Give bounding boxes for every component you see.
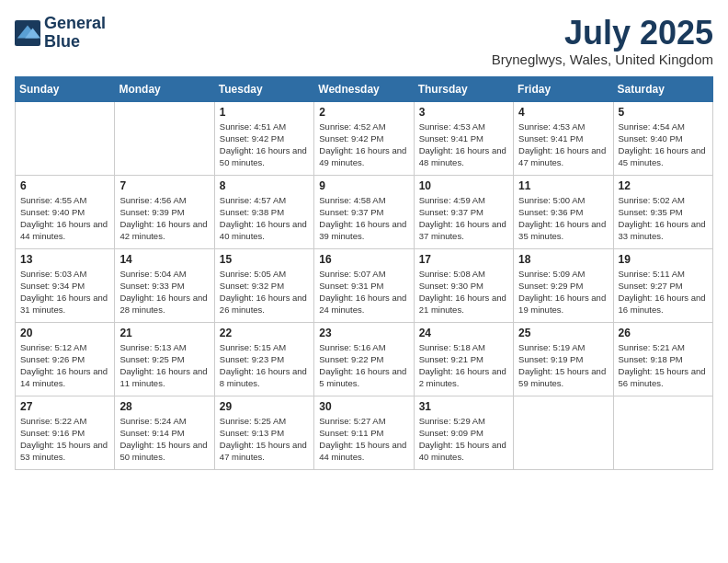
day-info: Sunrise: 5:11 AMSunset: 9:27 PMDaylight:… — [619, 268, 708, 316]
calendar-cell: 29Sunrise: 5:25 AMSunset: 9:13 PMDayligh… — [214, 396, 313, 469]
day-info: Sunrise: 5:04 AMSunset: 9:33 PMDaylight:… — [119, 268, 209, 316]
day-info: Sunrise: 4:58 AMSunset: 9:37 PMDaylight:… — [319, 194, 408, 243]
calendar-cell: 10Sunrise: 4:59 AMSunset: 9:37 PMDayligh… — [414, 175, 513, 248]
day-info: Sunrise: 5:21 AMSunset: 9:18 PMDaylight:… — [619, 341, 708, 390]
calendar-cell: 28Sunrise: 5:24 AMSunset: 9:14 PMDayligh… — [115, 396, 214, 469]
day-number: 11 — [518, 179, 608, 192]
calendar-cell: 19Sunrise: 5:11 AMSunset: 9:27 PMDayligh… — [613, 248, 712, 322]
calendar-cell: 2Sunrise: 4:52 AMSunset: 9:42 PMDaylight… — [314, 101, 414, 175]
logo-text: General Blue — [44, 15, 106, 52]
calendar-cell — [16, 101, 115, 175]
calendar-cell: 31Sunrise: 5:29 AMSunset: 9:09 PMDayligh… — [414, 396, 513, 469]
day-info: Sunrise: 4:59 AMSunset: 9:37 PMDaylight:… — [419, 194, 508, 243]
weekday-header: Monday — [115, 76, 214, 101]
day-info: Sunrise: 4:53 AMSunset: 9:41 PMDaylight:… — [419, 121, 508, 169]
title-block: July 2025 Bryneglwys, Wales, United King… — [492, 15, 713, 67]
weekday-header: Thursday — [414, 76, 513, 101]
day-info: Sunrise: 4:52 AMSunset: 9:42 PMDaylight:… — [319, 121, 408, 169]
day-number: 29 — [220, 400, 309, 413]
day-number: 30 — [319, 400, 408, 413]
page-header: General Blue July 2025 Bryneglwys, Wales… — [15, 15, 713, 67]
day-number: 10 — [419, 179, 508, 192]
day-number: 8 — [220, 179, 309, 192]
calendar-table: SundayMondayTuesdayWednesdayThursdayFrid… — [15, 76, 713, 470]
day-number: 28 — [119, 400, 209, 413]
weekday-header: Wednesday — [314, 76, 414, 101]
day-number: 2 — [319, 106, 408, 119]
calendar-cell: 5Sunrise: 4:54 AMSunset: 9:40 PMDaylight… — [613, 101, 712, 175]
day-info: Sunrise: 5:08 AMSunset: 9:30 PMDaylight:… — [419, 268, 508, 316]
day-number: 15 — [220, 253, 309, 266]
calendar-week-row: 20Sunrise: 5:12 AMSunset: 9:26 PMDayligh… — [16, 322, 713, 396]
day-number: 21 — [119, 327, 209, 339]
weekday-header: Sunday — [16, 76, 115, 101]
day-info: Sunrise: 5:29 AMSunset: 9:09 PMDaylight:… — [419, 415, 508, 464]
calendar-week-row: 13Sunrise: 5:03 AMSunset: 9:34 PMDayligh… — [16, 248, 713, 322]
calendar-cell — [514, 396, 613, 469]
day-number: 7 — [119, 179, 209, 192]
day-number: 6 — [20, 179, 109, 192]
day-number: 16 — [319, 253, 408, 266]
day-info: Sunrise: 5:27 AMSunset: 9:11 PMDaylight:… — [319, 415, 408, 464]
day-info: Sunrise: 4:55 AMSunset: 9:40 PMDaylight:… — [20, 194, 109, 243]
calendar-header-row: SundayMondayTuesdayWednesdayThursdayFrid… — [16, 76, 713, 101]
calendar-cell: 7Sunrise: 4:56 AMSunset: 9:39 PMDaylight… — [115, 175, 214, 248]
day-info: Sunrise: 4:57 AMSunset: 9:38 PMDaylight:… — [220, 194, 309, 243]
day-info: Sunrise: 4:56 AMSunset: 9:39 PMDaylight:… — [119, 194, 209, 243]
calendar-cell: 4Sunrise: 4:53 AMSunset: 9:41 PMDaylight… — [514, 101, 613, 175]
calendar-cell: 21Sunrise: 5:13 AMSunset: 9:25 PMDayligh… — [115, 322, 214, 396]
calendar-body: 1Sunrise: 4:51 AMSunset: 9:42 PMDaylight… — [16, 101, 713, 469]
day-number: 5 — [619, 106, 708, 119]
day-number: 14 — [119, 253, 209, 266]
calendar-cell: 6Sunrise: 4:55 AMSunset: 9:40 PMDaylight… — [16, 175, 115, 248]
day-info: Sunrise: 5:25 AMSunset: 9:13 PMDaylight:… — [220, 415, 309, 464]
day-info: Sunrise: 5:13 AMSunset: 9:25 PMDaylight:… — [119, 341, 209, 390]
calendar-cell: 13Sunrise: 5:03 AMSunset: 9:34 PMDayligh… — [16, 248, 115, 322]
calendar-cell: 20Sunrise: 5:12 AMSunset: 9:26 PMDayligh… — [16, 322, 115, 396]
day-info: Sunrise: 4:51 AMSunset: 9:42 PMDaylight:… — [220, 121, 309, 169]
day-number: 3 — [419, 106, 508, 119]
calendar-cell: 15Sunrise: 5:05 AMSunset: 9:32 PMDayligh… — [214, 248, 313, 322]
day-number: 19 — [619, 253, 708, 266]
calendar-week-row: 1Sunrise: 4:51 AMSunset: 9:42 PMDaylight… — [16, 101, 713, 175]
day-number: 25 — [518, 327, 608, 339]
day-info: Sunrise: 5:22 AMSunset: 9:16 PMDaylight:… — [20, 415, 109, 464]
logo: General Blue — [15, 15, 106, 52]
day-info: Sunrise: 5:24 AMSunset: 9:14 PMDaylight:… — [119, 415, 209, 464]
day-info: Sunrise: 5:12 AMSunset: 9:26 PMDaylight:… — [20, 341, 109, 390]
calendar-cell: 17Sunrise: 5:08 AMSunset: 9:30 PMDayligh… — [414, 248, 513, 322]
day-info: Sunrise: 5:15 AMSunset: 9:23 PMDaylight:… — [220, 341, 309, 390]
calendar-week-row: 27Sunrise: 5:22 AMSunset: 9:16 PMDayligh… — [16, 396, 713, 469]
weekday-header: Tuesday — [214, 76, 313, 101]
calendar-cell: 30Sunrise: 5:27 AMSunset: 9:11 PMDayligh… — [314, 396, 414, 469]
calendar-cell — [115, 101, 214, 175]
day-number: 17 — [419, 253, 508, 266]
day-info: Sunrise: 4:54 AMSunset: 9:40 PMDaylight:… — [619, 121, 708, 169]
day-number: 1 — [220, 106, 309, 119]
day-number: 27 — [20, 400, 109, 413]
day-info: Sunrise: 5:19 AMSunset: 9:19 PMDaylight:… — [518, 341, 608, 390]
day-number: 31 — [419, 400, 508, 413]
day-number: 18 — [518, 253, 608, 266]
location: Bryneglwys, Wales, United Kingdom — [492, 52, 713, 67]
calendar-cell: 8Sunrise: 4:57 AMSunset: 9:38 PMDaylight… — [214, 175, 313, 248]
logo-icon — [15, 20, 40, 46]
day-info: Sunrise: 5:18 AMSunset: 9:21 PMDaylight:… — [419, 341, 508, 390]
calendar-cell: 9Sunrise: 4:58 AMSunset: 9:37 PMDaylight… — [314, 175, 414, 248]
day-info: Sunrise: 5:09 AMSunset: 9:29 PMDaylight:… — [518, 268, 608, 316]
day-info: Sunrise: 5:02 AMSunset: 9:35 PMDaylight:… — [619, 194, 708, 243]
month-year: July 2025 — [492, 15, 713, 52]
day-info: Sunrise: 5:07 AMSunset: 9:31 PMDaylight:… — [319, 268, 408, 316]
calendar-cell: 24Sunrise: 5:18 AMSunset: 9:21 PMDayligh… — [414, 322, 513, 396]
day-number: 9 — [319, 179, 408, 192]
calendar-cell: 23Sunrise: 5:16 AMSunset: 9:22 PMDayligh… — [314, 322, 414, 396]
day-number: 22 — [220, 327, 309, 339]
calendar-cell: 27Sunrise: 5:22 AMSunset: 9:16 PMDayligh… — [16, 396, 115, 469]
calendar-cell: 18Sunrise: 5:09 AMSunset: 9:29 PMDayligh… — [514, 248, 613, 322]
weekday-header: Friday — [514, 76, 613, 101]
day-number: 4 — [518, 106, 608, 119]
calendar-cell: 26Sunrise: 5:21 AMSunset: 9:18 PMDayligh… — [613, 322, 712, 396]
day-number: 23 — [319, 327, 408, 339]
day-number: 20 — [20, 327, 109, 339]
calendar-cell — [613, 396, 712, 469]
